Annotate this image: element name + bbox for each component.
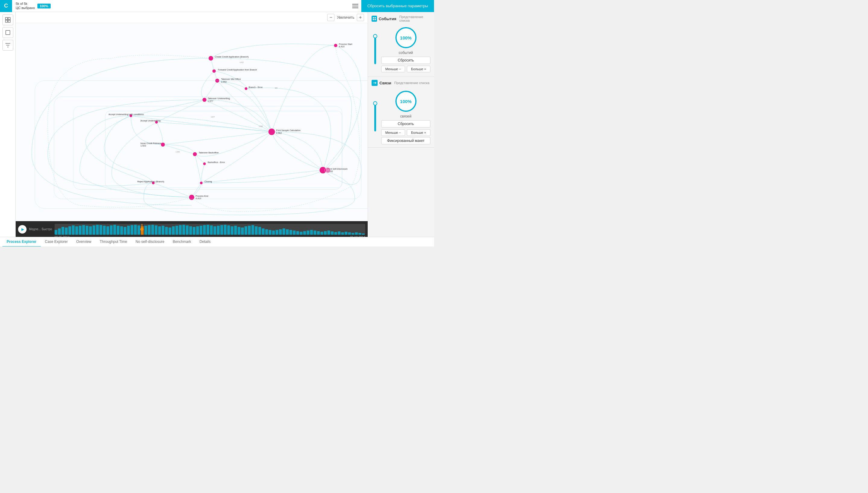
right-panel: События Представление списка 100% событи… bbox=[368, 12, 434, 237]
node-closing[interactable] bbox=[200, 181, 203, 185]
svg-rect-60 bbox=[175, 226, 178, 235]
svg-rect-66 bbox=[196, 226, 199, 235]
svg-rect-7 bbox=[6, 30, 10, 35]
svg-rect-31 bbox=[75, 226, 78, 235]
tab-case-explorer[interactable]: Case Explorer bbox=[41, 237, 72, 247]
zoom-out-button[interactable]: − bbox=[327, 14, 334, 21]
tab-details[interactable]: Details bbox=[195, 237, 215, 247]
svg-rect-70 bbox=[210, 226, 213, 235]
tab-no-self-disclosure[interactable]: No self-disclosure bbox=[131, 237, 168, 247]
svg-rect-37 bbox=[96, 225, 99, 235]
events-less-button[interactable]: Меньше − bbox=[381, 66, 405, 72]
node-takeover-backoffice[interactable] bbox=[193, 152, 197, 156]
svg-rect-83 bbox=[255, 226, 257, 235]
connections-more-button[interactable]: Больше + bbox=[407, 129, 431, 136]
grid-icon[interactable] bbox=[2, 15, 13, 25]
tab-bar: Process Explorer Case Explorer Overview … bbox=[0, 237, 434, 246]
svg-rect-29 bbox=[68, 226, 71, 235]
svg-rect-81 bbox=[248, 226, 251, 235]
app-logo: C bbox=[0, 0, 12, 12]
main-layout: − Увеличить + bbox=[0, 12, 434, 237]
fixed-layout-button[interactable]: Фиксированный макет bbox=[381, 137, 430, 144]
svg-rect-23 bbox=[73, 106, 342, 189]
node-create-credit[interactable] bbox=[208, 56, 213, 61]
svg-rect-48 bbox=[134, 225, 137, 235]
square-icon[interactable] bbox=[2, 27, 13, 38]
node-forward-credit[interactable] bbox=[212, 69, 216, 73]
svg-rect-36 bbox=[92, 226, 95, 235]
svg-rect-65 bbox=[193, 227, 195, 235]
events-reset-button[interactable]: Сбросить bbox=[381, 57, 430, 64]
svg-rect-103 bbox=[324, 231, 327, 235]
tab-overview[interactable]: Overview bbox=[72, 237, 96, 247]
svg-rect-39 bbox=[103, 226, 106, 235]
svg-rect-54 bbox=[155, 226, 158, 235]
svg-rect-22 bbox=[54, 97, 361, 199]
svg-rect-77 bbox=[234, 226, 237, 235]
svg-rect-72 bbox=[217, 226, 220, 235]
svg-rect-98 bbox=[306, 231, 309, 235]
svg-rect-0 bbox=[352, 4, 358, 4]
svg-rect-105 bbox=[331, 232, 334, 235]
menu-icon[interactable] bbox=[349, 0, 361, 12]
connections-section: Связи Представление списка 100% связей bbox=[368, 77, 434, 148]
svg-rect-56 bbox=[162, 226, 164, 235]
zoom-bar: − Увеличить + bbox=[16, 12, 368, 23]
timeline-start-date: 08.05.2014 bbox=[55, 236, 70, 237]
tab-throughput-time[interactable]: Throughput Time bbox=[96, 237, 131, 247]
svg-rect-118 bbox=[375, 17, 376, 18]
svg-rect-2 bbox=[352, 7, 358, 8]
svg-rect-80 bbox=[244, 226, 247, 235]
svg-rect-53 bbox=[151, 225, 154, 235]
svg-rect-88 bbox=[272, 231, 275, 235]
timeline-bar: ▶ Медле... Быстро bbox=[16, 221, 368, 237]
label-create-credit: Create Credit Application (Branch) bbox=[215, 56, 249, 58]
svg-rect-35 bbox=[89, 226, 92, 235]
svg-rect-94 bbox=[293, 231, 295, 235]
label-closing: Closing bbox=[205, 180, 212, 183]
nodes[interactable]: Process Start 4,410 Create Credit Applic… bbox=[108, 43, 352, 200]
svg-rect-63 bbox=[186, 226, 188, 235]
svg-rect-112 bbox=[355, 232, 358, 235]
zoom-label: Увеличить bbox=[337, 15, 354, 20]
case-info: 5k of 5kЦС выбрано 100% bbox=[12, 2, 54, 9]
node-process-end[interactable] bbox=[189, 194, 194, 200]
svg-point-19 bbox=[325, 167, 331, 173]
play-button[interactable]: ▶ bbox=[18, 225, 26, 234]
process-map[interactable]: 665 4,412 2,562 1,577 1,348 Process Star… bbox=[16, 23, 368, 221]
zoom-in-button[interactable]: + bbox=[357, 14, 364, 21]
svg-rect-69 bbox=[206, 225, 209, 235]
node-takeover-underwriting[interactable] bbox=[202, 98, 207, 102]
events-unit-label: событий bbox=[381, 51, 430, 55]
events-circle-wrap: 100% bbox=[381, 27, 430, 48]
svg-rect-76 bbox=[230, 226, 233, 235]
timeline-track[interactable]: 08.05.2014 01.10.2014 bbox=[55, 224, 365, 235]
timeline-end-date: 01.10.2014 bbox=[350, 236, 365, 237]
left-toolbar bbox=[0, 12, 16, 237]
tab-benchmark[interactable]: Benchmark bbox=[169, 237, 195, 247]
svg-rect-96 bbox=[299, 232, 302, 235]
svg-rect-87 bbox=[268, 230, 271, 235]
speed-slow-label: Медле... Быстро bbox=[29, 228, 52, 231]
svg-rect-30 bbox=[72, 226, 75, 235]
svg-rect-3 bbox=[5, 18, 7, 20]
events-more-button[interactable]: Больше + bbox=[407, 66, 431, 72]
node-print-sample[interactable] bbox=[268, 128, 275, 135]
svg-rect-111 bbox=[351, 233, 354, 235]
svg-rect-86 bbox=[265, 229, 268, 235]
svg-rect-97 bbox=[303, 231, 306, 235]
node-backoffice-error[interactable] bbox=[203, 162, 206, 166]
node-branch-error[interactable] bbox=[245, 87, 248, 90]
svg-rect-82 bbox=[251, 225, 254, 235]
filter-icon[interactable] bbox=[2, 40, 13, 51]
connections-less-button[interactable]: Меньше − bbox=[381, 129, 405, 136]
case-text: 5k of 5kЦС выбрано bbox=[16, 2, 35, 9]
node-process-start[interactable] bbox=[334, 44, 338, 48]
svg-rect-107 bbox=[337, 232, 340, 235]
node-issue-credit[interactable] bbox=[161, 142, 165, 147]
svg-rect-42 bbox=[113, 225, 116, 235]
reset-button[interactable]: Сбросить выбранные параметры bbox=[361, 0, 434, 12]
tab-process-explorer[interactable]: Process Explorer bbox=[2, 237, 41, 247]
svg-rect-104 bbox=[327, 231, 330, 235]
connections-reset-button[interactable]: Сбросить bbox=[381, 120, 430, 127]
